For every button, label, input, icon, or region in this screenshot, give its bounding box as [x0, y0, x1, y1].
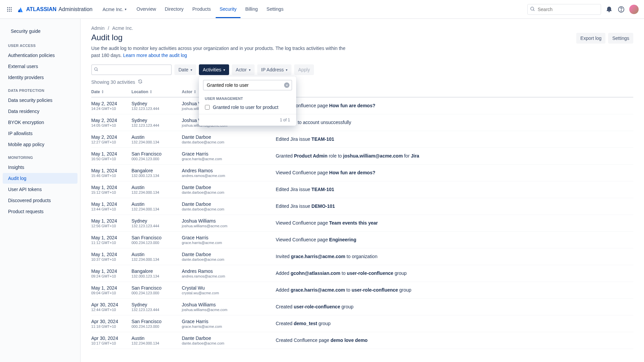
- cell-activity: Added grace.harris@acme.com to user-role…: [276, 285, 633, 295]
- cell-date: May 2, 202412:27 GMT+10: [91, 134, 131, 144]
- cell-activity: Edited Jira issue DEMO-101: [276, 201, 633, 211]
- svg-line-14: [97, 70, 98, 71]
- cell-activity: Viewed Confluence page How fun are demos…: [276, 101, 633, 111]
- popover-group-label: USER MANAGEMENT: [199, 93, 296, 102]
- sidebar-item-insights[interactable]: Insights: [3, 162, 77, 173]
- table-row: May 2, 202414:24 GMT+10Sydney132.123.123…: [91, 98, 633, 114]
- sidebar-item-data-security-policies[interactable]: Data security policies: [3, 95, 77, 106]
- cell-activity: Logged in to account unsuccessfully: [276, 118, 633, 127]
- table-row: May 1, 202416:50 GMT+10San Francisco000.…: [91, 148, 633, 165]
- cell-actor: Joshua Williamsjoshua.williams@acme.com: [182, 218, 276, 228]
- nav-tab-overview[interactable]: Overview: [132, 0, 160, 18]
- cell-actor: Dante Darboedante.darboe@acme.com: [182, 336, 276, 345]
- table-row: May 1, 202409:04 GMT+10San Francisco000.…: [91, 282, 633, 299]
- apply-button[interactable]: Apply: [294, 64, 314, 75]
- cell-actor: Grace Harrisgrace.harris@acme.com: [182, 151, 276, 161]
- sidebar-item-audit-log[interactable]: Audit log: [3, 173, 77, 184]
- nav-tab-products[interactable]: Products: [188, 0, 215, 18]
- sidebar-item-identity-providers[interactable]: Identity providers: [3, 72, 77, 83]
- cell-actor: Dante Darboedante.darboe@acme.com: [182, 185, 276, 194]
- brand-admin: Administration: [58, 6, 92, 12]
- sidebar-item-user-api-tokens[interactable]: User API tokens: [3, 184, 77, 195]
- svg-point-0: [7, 7, 8, 8]
- cell-date: May 1, 202409:24 GMT+10: [91, 268, 131, 278]
- sidebar-item-external-users[interactable]: External users: [3, 61, 77, 72]
- chevron-down-icon: ▾: [125, 7, 126, 11]
- svg-point-5: [11, 9, 12, 10]
- sidebar-item-discovered-products[interactable]: Discovered products: [3, 195, 77, 206]
- audit-search-input[interactable]: [91, 64, 172, 75]
- cell-date: May 1, 202411:12 GMT+10: [91, 235, 131, 245]
- cell-actor: Crystal Wucrystal.wu@acme.com: [182, 285, 276, 295]
- global-search: [527, 4, 601, 15]
- th-date[interactable]: Date ▲▼: [91, 89, 131, 94]
- user-avatar[interactable]: [629, 5, 639, 14]
- sidebar-item-mobile-app-policy[interactable]: Mobile app policy: [3, 139, 77, 150]
- app-switcher-icon[interactable]: [5, 5, 13, 13]
- chevron-down-icon: ▾: [191, 68, 192, 72]
- activities-search-input[interactable]: [203, 80, 292, 90]
- sidebar-item-byok-encryption[interactable]: BYOK encryption: [3, 117, 77, 128]
- table-row: Apr 30, 202411:18 GMT+10San Francisco000…: [91, 315, 633, 332]
- sidebar-item-data-residency[interactable]: Data residency: [3, 106, 77, 117]
- export-log-button[interactable]: Export log: [576, 33, 605, 44]
- filter-ip-button[interactable]: IP Address▾: [257, 64, 291, 75]
- cell-activity: Viewed Confluence page Engineering: [276, 235, 633, 245]
- sidebar-item-security-guide[interactable]: Security guide: [5, 26, 75, 37]
- filter-date-button[interactable]: Date▾: [174, 64, 196, 75]
- cell-location: Sydney132.123.123.444: [131, 118, 182, 127]
- cell-activity: Created demo_test group: [276, 319, 633, 328]
- svg-line-10: [533, 10, 534, 11]
- refresh-icon[interactable]: [138, 79, 143, 85]
- sort-icon: ▲▼: [101, 90, 104, 94]
- cell-location: Austin132.234.000.134: [131, 336, 182, 345]
- audit-search: [91, 64, 172, 75]
- settings-button[interactable]: Settings: [608, 33, 633, 44]
- cell-location: San Francisco000.234.123.000: [131, 285, 182, 295]
- filter-activities-button[interactable]: Activities▾: [199, 64, 229, 75]
- table-row: May 2, 202412:27 GMT+10Austin132.234.000…: [91, 131, 633, 148]
- help-icon[interactable]: [617, 5, 625, 13]
- cell-actor: Dante Darboedante.darboe@acme.com: [182, 201, 276, 211]
- nav-tab-directory[interactable]: Directory: [161, 0, 187, 18]
- breadcrumb-org[interactable]: Acme Inc.: [112, 25, 133, 31]
- sidebar-item-authentication-policies[interactable]: Authentication policies: [3, 50, 77, 61]
- cell-date: May 1, 202409:04 GMT+10: [91, 285, 131, 295]
- learn-more-link[interactable]: Learn more about the audit log: [123, 53, 187, 58]
- popover-option[interactable]: Granted role to user for product: [199, 102, 296, 113]
- cell-location: Austin132.234.000.134: [131, 201, 182, 211]
- breadcrumb-root[interactable]: Admin: [91, 25, 105, 31]
- atlassian-icon: [17, 6, 24, 13]
- cell-location: San Francisco000.234.123.000: [131, 319, 182, 328]
- chevron-down-icon: ▾: [286, 68, 287, 72]
- clear-icon[interactable]: ✕: [284, 82, 289, 88]
- notifications-icon[interactable]: [605, 5, 613, 13]
- cell-location: Bangalore132.000.123.134: [131, 268, 182, 278]
- nav-tab-settings[interactable]: Settings: [263, 0, 288, 18]
- filter-actor-button[interactable]: Actor▾: [232, 64, 255, 75]
- cell-activity: Granted Product Admin role to joshua.wil…: [276, 151, 633, 161]
- nav-tab-security[interactable]: Security: [216, 0, 241, 18]
- cell-date: May 1, 202415:46 GMT+10: [91, 168, 131, 178]
- th-location[interactable]: Location ▲▼: [131, 89, 182, 94]
- popover-option-checkbox[interactable]: [205, 105, 210, 110]
- cell-date: Apr 30, 202410:17 GMT+10: [91, 336, 131, 345]
- sidebar-group-label: DATA PROTECTION: [0, 83, 80, 95]
- cell-actor: Andres Ramosandres.ramos@acme.com: [182, 268, 276, 278]
- global-search-input[interactable]: [527, 4, 601, 15]
- cell-location: Sydney132.123.123.444: [131, 218, 182, 228]
- filter-bar: Date▾ Activities▾ ✕ USER MANAGEMENT Gran…: [91, 64, 633, 75]
- org-selector[interactable]: Acme Inc. ▾: [99, 5, 130, 14]
- org-name: Acme Inc.: [103, 7, 123, 12]
- page-description: Use the audit log to monitor key activit…: [91, 45, 353, 59]
- cell-date: May 1, 202415:12 GMT+10: [91, 185, 131, 194]
- sidebar-item-ip-allowlists[interactable]: IP allowlists: [3, 128, 77, 139]
- sort-icon: ▲▼: [150, 90, 152, 94]
- cell-activity: Edited Jira issue TEAM-101: [276, 185, 633, 194]
- atlassian-logo[interactable]: ATLASSIAN Administration: [17, 6, 93, 13]
- page-title: Audit log: [91, 33, 353, 42]
- table-header: Date ▲▼ Location ▲▼ Actor ▲▼ Activity: [91, 87, 633, 98]
- svg-point-7: [9, 10, 10, 11]
- sidebar-item-product-requests[interactable]: Product requests: [3, 206, 77, 217]
- nav-tab-billing[interactable]: Billing: [241, 0, 262, 18]
